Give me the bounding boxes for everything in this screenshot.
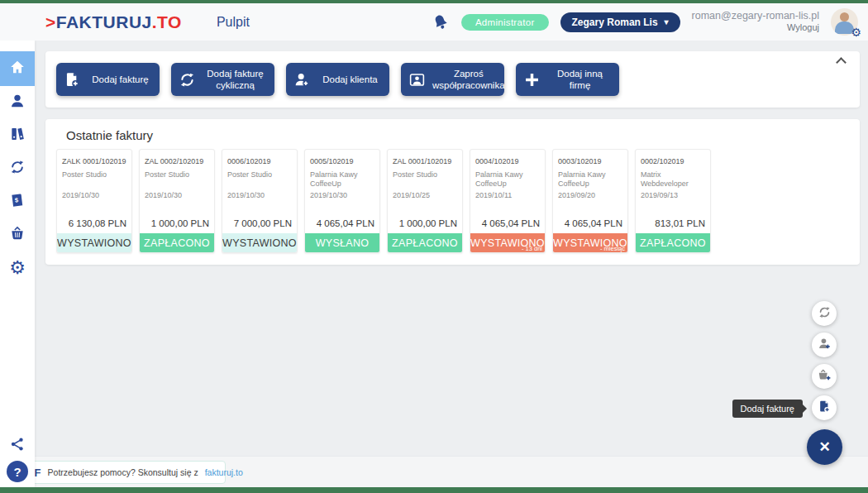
invoice-client: Palarnia Kawy CoffeeUp [553,167,627,189]
invite-coworker-button[interactable]: Zaproś współpracownika [401,63,504,96]
products-icon [9,225,26,245]
recurring-icon [9,159,26,179]
fab-close-button[interactable]: ✕ [807,429,842,465]
fab-add-product[interactable] [812,364,837,389]
help-link[interactable]: fakturuj.to [205,467,243,477]
invoice-date: 2019/10/11 [470,189,545,199]
button-label: Dodaj klienta [317,74,389,85]
bottom-accent-strip [0,487,868,493]
invoice-card[interactable]: 0004/102019 Palarnia Kawy CoffeeUp 2019/… [470,149,546,253]
fab-add-client[interactable] [812,333,837,357]
add-client-button[interactable]: Dodaj klienta [286,63,389,96]
close-icon: ✕ [818,438,830,456]
account-info: roman@zegary-roman-lis.pl Wyloguj [692,10,819,34]
button-label: Zaproś współpracownika [432,68,512,92]
page-title: Pulpit [217,15,250,30]
invoice-number: 0006/102019 [222,150,297,167]
documents-icon [9,126,26,146]
sidebar-item-products[interactable] [0,218,35,251]
invoice-amount: 813,01 PLN [636,218,710,233]
status-badge: WYSTAWIONO- miesiąc [553,233,627,252]
invoice-client: Poster Studio [388,167,462,189]
header: >FAKTURUJ.TO Pulpit Administrator Zegary… [0,3,868,41]
settings-gear-icon: ⚙ [9,259,26,277]
sidebar-item-settings[interactable]: ⚙ [0,251,35,285]
avatar[interactable]: ⚙ [831,8,858,36]
invoice-card[interactable]: ZAL 0001/102019 Poster Studio 2019/10/25… [387,149,463,253]
status-badge: ZAPŁACONO [636,233,710,252]
invoice-number: 0002/102019 [636,150,710,167]
sidebar-item-recurring[interactable] [0,152,35,185]
section-title: Ostatnie faktury [45,119,860,142]
invoice-date: 2019/10/30 [305,189,379,199]
sidebar-item-documents[interactable] [0,119,35,152]
button-label: Dodaj fakturę [88,74,160,85]
logout-link[interactable]: Wyloguj [692,22,819,34]
invoice-date: 2019/10/30 [222,189,297,199]
invoice-amount: 4 065,04 PLN [305,218,379,233]
invoice-date: 2019/10/25 [388,189,462,199]
invoice-add-icon [56,71,88,89]
add-other-company-button[interactable]: Dodaj inną firmę [516,63,619,96]
add-invoice-button[interactable]: Dodaj fakturę [56,63,160,96]
status-note: - miesiąc [600,245,625,252]
invoice-number: 0004/102019 [470,150,545,167]
dashboard-page: >FAKTURUJ.TO Pulpit Administrator Zegary… [0,0,868,493]
sidebar-item-home[interactable] [0,51,35,86]
invoice-amount: 1 000,00 PLN [388,218,462,233]
sidebar-item-help[interactable]: ? [7,461,28,482]
invoice-number: 0005/102019 [305,150,379,167]
status-badge: WYSTAWIONO- 13 dni [470,233,545,252]
user-email: roman@zegary-roman-lis.pl [692,10,819,23]
invoice-card[interactable]: ZAL 0002/102019 Poster Studio 2019/10/30… [139,149,215,253]
logo-suffix: .TO [152,12,182,31]
sidebar-item-clients[interactable] [0,86,35,119]
invoice-amount: 4 065,04 PLN [553,218,627,233]
invoice-client: Poster Studio [140,167,214,189]
invoice-card[interactable]: 0003/102019 Palarnia Kawy CoffeeUp 2019/… [552,149,628,253]
invoice-client: Matrix Webdeveloper [636,167,710,189]
invoice-card[interactable]: 0006/102019 Poster Studio 2019/10/30 7 0… [222,149,298,253]
invoice-card[interactable]: 0005/102019 Palarnia Kawy CoffeeUp 2019/… [304,149,380,253]
invoice-client: Poster Studio [222,167,297,189]
product-add-icon [818,368,832,385]
button-label: Dodaj fakturę cykliczną [203,68,274,92]
role-badge: Administrator [461,14,549,31]
help-box: >F Potrzebujesz pomocy? Skonsultuj się z… [19,461,226,484]
client-add-icon [818,337,832,354]
fab-tooltip: Dodaj fakturę [732,400,803,418]
top-accent-strip [0,0,868,3]
fab-add-invoice[interactable] [812,395,837,420]
sidebar-item-share[interactable] [0,429,35,462]
header-right: Administrator Zegary Roman Lis ▾ roman@z… [432,8,858,36]
invoice-date: 2019/09/13 [636,189,710,199]
invoice-card[interactable]: ZALK 0001/102019 Poster Studio 2019/10/3… [56,149,132,253]
collapse-chevron-up-icon[interactable] [835,55,847,65]
invoice-cards-row: ZALK 0001/102019 Poster Studio 2019/10/3… [45,142,860,253]
app-logo[interactable]: >FAKTURUJ.TO [45,12,182,32]
invoice-card[interactable]: 0002/102019 Matrix Webdeveloper 2019/09/… [635,149,711,253]
recent-invoices-panel: Ostatnie faktury ZALK 0001/102019 Poster… [45,119,860,265]
coworker-icon [401,71,432,89]
add-recurring-invoice-button[interactable]: Dodaj fakturę cykliczną [171,63,274,96]
fab-recurring-invoice[interactable] [812,301,837,326]
notification-bell-icon[interactable] [429,10,453,34]
company-selector[interactable]: Zegary Roman Lis ▾ [560,12,680,32]
invoice-amount: 6 130,08 PLN [57,218,131,233]
help-icon: ? [13,465,21,479]
invoice-amount: 4 065,04 PLN [470,218,545,233]
share-icon [9,436,26,456]
invoice-number: ZALK 0001/102019 [57,150,131,167]
home-icon [9,59,26,79]
invoice-client: Palarnia Kawy CoffeeUp [305,167,379,189]
logo-name: FAKTURUJ [56,12,152,31]
invoice-add-icon [818,400,832,417]
chevron-down-icon: ▾ [665,17,669,26]
logo-prefix: > [45,12,56,31]
status-badge: WYSTAWIONO [222,233,297,252]
sidebar-item-finances[interactable]: $ [0,185,35,218]
finances-icon: $ [9,192,26,212]
plus-icon [516,71,547,89]
status-badge: ZAPŁACONO [140,233,214,252]
quick-actions-panel: Dodaj fakturę Dodaj fakturę cykliczną Do… [45,51,860,108]
